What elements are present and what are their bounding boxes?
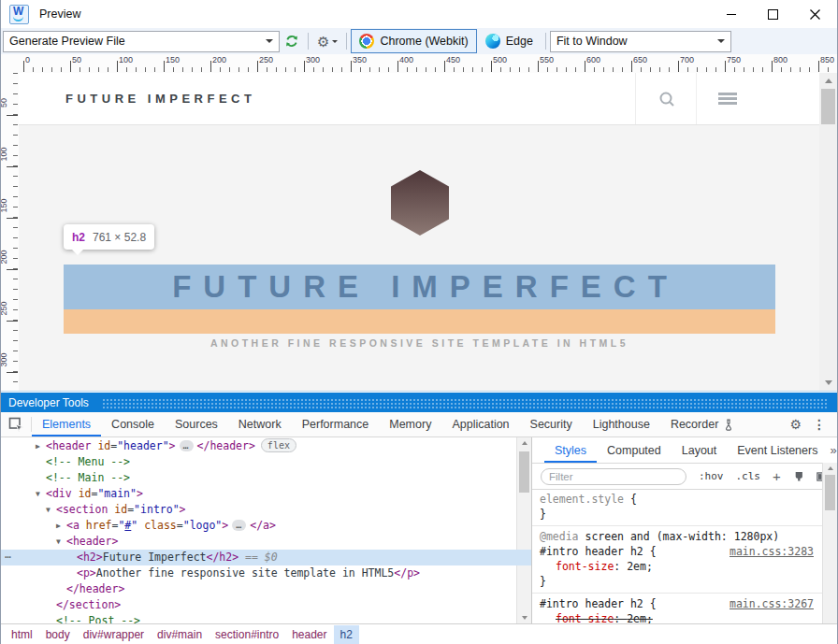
scroll-up-button[interactable] [819,73,837,89]
devtools-panel: Developer Tools ElementsConsoleSourcesNe… [1,391,837,644]
tab-sources[interactable]: Sources [165,412,228,436]
styles-tab-styles[interactable]: Styles [544,437,597,463]
dom-tree-row[interactable]: ▶<header id="header">…</header>flex [1,438,531,454]
styles-tab-layout[interactable]: Layout [672,437,728,463]
tab-memory[interactable]: Memory [379,412,441,436]
toggle-hover-state-button[interactable]: :hov [699,470,724,482]
settings-button[interactable]: ⚙ [313,30,341,52]
inspect-tooltip-tag: h2 [72,231,85,244]
site-logo[interactable]: FUTURE IMPERFECT [65,92,255,106]
dom-token: </section> [56,598,121,611]
breadcrumb-item-html[interactable]: html [5,625,39,644]
dom-tree-row[interactable]: </header> [1,581,531,597]
expander-icon[interactable]: ▼ [46,502,51,518]
css-property-name: font-size [556,560,614,573]
tab-network[interactable]: Network [228,412,292,436]
breadcrumb-item-div-main[interactable]: div#main [151,625,209,644]
expander-icon[interactable]: ▶ [36,438,40,454]
css-media-keyword: @media [540,530,579,543]
generate-preview-label: Generate Preview File [9,35,125,48]
dom-tree-row[interactable]: ▼<section id="intro"> [1,502,531,518]
row-more-icon[interactable]: ⋯ [5,550,11,565]
preview-scrollbar[interactable] [819,73,837,391]
inline-expand-badge[interactable]: … [232,520,246,531]
breadcrumb-item-h2[interactable]: h2 [334,625,359,644]
stamp-icon[interactable] [793,470,805,483]
dom-tree-row[interactable]: ▶<a href="#" class="logo">…</a> [1,518,531,534]
dom-tree-row[interactable]: <!-- Post --> [1,613,531,623]
devtools-drag-dots [102,398,828,408]
scrollbar-thumb[interactable] [821,89,835,124]
dom-tree-row[interactable]: </section> [1,597,531,613]
css-property-line[interactable]: font-size: 2em; [540,611,816,623]
site-menu-button[interactable] [696,73,758,124]
more-tabs-chevron-icon[interactable]: » [830,443,834,457]
tab-security[interactable]: Security [520,412,583,436]
close-button[interactable] [794,0,836,28]
expander-icon[interactable]: ▼ [36,486,40,502]
breadcrumb-item-section-intro[interactable]: section#intro [209,625,285,644]
ruler-tick [304,61,305,72]
browser-tab-edge[interactable]: Edge [477,29,542,53]
scroll-down-button[interactable] [819,375,837,391]
breadcrumb-item-body[interactable]: body [39,625,77,644]
tab-application[interactable]: Application [441,412,519,436]
devtools-right-actions: ⚙ ⋮ [789,417,837,432]
styles-tab-event-listeners[interactable]: Event Listeners [727,437,828,463]
zoom-select[interactable]: Fit to Window [550,31,731,52]
css-property-line[interactable]: font-size: 2em; [540,559,816,574]
dom-token: "main" [97,487,137,500]
close-icon [810,9,820,20]
dom-tree-row[interactable]: <!-- Menu --> [1,454,531,470]
inspect-element-button[interactable] [1,412,31,436]
refresh-button[interactable] [281,30,303,52]
expander-icon[interactable]: ▼ [56,534,61,550]
dom-token: "logo" [183,519,223,532]
styles-tab-computed[interactable]: Computed [597,437,672,463]
css-source-link[interactable]: main.css:3283 [730,544,814,559]
breadcrumb-item-header[interactable]: header [285,625,333,644]
css-source-link[interactable]: main.css:3267 [730,596,814,611]
site-search-button[interactable] [635,73,697,124]
expander-icon[interactable]: ▶ [56,518,61,534]
browser-tab-chrome[interactable]: Chrome (Webkit) [351,29,476,53]
scrollbar-thumb[interactable] [825,475,835,510]
styles-scrollbar[interactable] [822,463,837,623]
tab-console[interactable]: Console [101,412,165,436]
new-style-rule-button[interactable]: + [773,470,781,483]
dom-token: <!-- Post --> [56,614,140,623]
ruler-tick [631,61,632,72]
toggle-class-button[interactable]: .cls [736,470,761,482]
minimize-button[interactable] [710,0,752,28]
css-rule: element.style {} [532,489,823,526]
toolbar-separator [545,33,546,50]
tab-elements[interactable]: Elements [32,412,101,436]
dom-tree-row[interactable]: ⋯<h2>Future Imperfect</h2> == $0 [1,550,531,565]
app-icon: W [9,5,29,24]
dom-tree-row[interactable]: ▼<header> [1,534,531,550]
dom-tree-row[interactable]: <!-- Main --> [1,470,531,486]
tab-recorder[interactable]: Recorder [660,412,744,436]
styles-filter-input[interactable] [541,468,686,485]
devtools-titlebar[interactable]: Developer Tools [1,393,837,412]
dom-token: </header> [66,582,124,595]
app-window: W Preview Generate Preview File [0,0,838,644]
devtools-body: ▶<header id="header">…</header>flex<!-- … [1,437,837,623]
chevron-down-icon [332,40,338,46]
ruler-tick [397,61,398,72]
generate-preview-select[interactable]: Generate Preview File [3,31,280,52]
highlight-margin-overlay [64,309,775,334]
maximize-button[interactable] [752,0,794,28]
breadcrumb-item-div-wrapper[interactable]: div#wrapper [77,625,151,644]
dom-tree-row[interactable]: ▼<div id="main"> [1,486,531,502]
devtools-settings-button[interactable]: ⚙ [789,418,802,432]
site-hexagon-logo[interactable] [391,170,449,236]
dom-tree-row[interactable]: <p>Another fine responsive site template… [1,565,531,581]
kebab-menu-button[interactable]: ⋮ [813,417,826,432]
inline-expand-badge[interactable]: … [180,440,194,451]
tab-lighthouse[interactable]: Lighthouse [583,412,660,436]
dom-token: <div [46,487,72,500]
scroll-up-button[interactable] [823,463,837,474]
tab-performance[interactable]: Performance [292,412,380,436]
ruler-label: 50 [72,55,81,64]
